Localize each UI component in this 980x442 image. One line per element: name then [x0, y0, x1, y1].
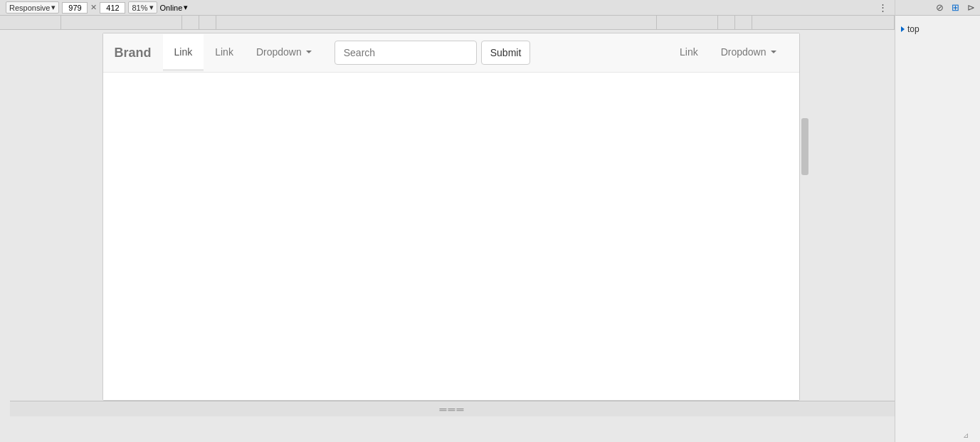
width-input[interactable]	[62, 2, 88, 14]
navbar-form: Submit	[323, 33, 542, 72]
nav-item-right-link: Link	[668, 34, 710, 71]
grid-view-icon[interactable]: ⊞	[949, 1, 961, 14]
navbar-right: Link Dropdown	[668, 34, 788, 71]
preview-frame: Brand Link Link Dropdown	[102, 33, 800, 401]
top-toolbar: Responsive ▾ ✕ 81% ▾ Online ▾ ⋮	[0, 0, 895, 16]
block-stop-icon[interactable]: ⊘	[933, 1, 946, 14]
ruler-seg-6	[657, 16, 718, 29]
online-dropdown[interactable]: Online ▾	[160, 3, 189, 12]
canvas-wrapper: Brand Link Link Dropdown	[0, 30, 895, 442]
scrollbar-thumb[interactable]	[801, 118, 808, 175]
online-caret-icon: ▾	[184, 3, 188, 12]
nav-item-right-dropdown: Dropdown	[710, 34, 788, 71]
more-options-button[interactable]: ⋮	[876, 1, 889, 14]
dropdown-caret-icon: ▾	[51, 3, 56, 12]
dimensions-separator: ✕	[90, 3, 97, 12]
nav-item-link-2: Link	[204, 34, 245, 71]
ruler-seg-1	[0, 16, 61, 29]
ruler-area	[0, 16, 895, 30]
page-content	[103, 73, 799, 400]
ruler-seg-9	[752, 16, 895, 29]
zoom-dropdown[interactable]: 81% ▾	[128, 1, 157, 14]
navbar-nav-right: Link Dropdown	[668, 34, 788, 71]
nav-item-link-active: Link	[163, 34, 204, 71]
nav-link-1[interactable]: Link	[163, 34, 204, 71]
submit-button[interactable]: Submit	[481, 41, 531, 65]
expand-panel-icon[interactable]: ⊳	[964, 1, 977, 14]
nav-dropdown-right-label: Dropdown	[721, 46, 766, 58]
nav-item-dropdown: Dropdown	[245, 34, 323, 71]
ruler-seg-4	[199, 16, 216, 29]
right-panel-toolbar: ⊘ ⊞ ⊳	[895, 0, 980, 16]
resize-handle-icon[interactable]: ⊿	[963, 431, 969, 439]
drag-handle-icon: ═══	[440, 404, 465, 415]
ruler-seg-7	[718, 16, 735, 29]
height-input[interactable]	[100, 2, 125, 14]
right-panel: ⊘ ⊞ ⊳ top ⊿	[895, 0, 980, 442]
nav-link-2[interactable]: Link	[204, 34, 245, 71]
nav-dropdown-right[interactable]: Dropdown	[710, 34, 788, 71]
zoom-caret-icon: ▾	[149, 3, 154, 12]
navbar-brand[interactable]: Brand	[115, 35, 163, 71]
responsive-label: Responsive	[9, 4, 50, 12]
top-label-row[interactable]: top	[895, 21, 925, 37]
bottom-bar: ═══	[10, 401, 895, 416]
chevron-right-icon	[901, 26, 905, 32]
zoom-label: 81%	[132, 4, 147, 12]
main-area: Responsive ▾ ✕ 81% ▾ Online ▾ ⋮	[0, 0, 895, 442]
nav-dropdown-1[interactable]: Dropdown	[245, 34, 323, 71]
top-label: top	[907, 24, 920, 34]
online-label: Online	[160, 4, 183, 12]
ruler-seg-3	[182, 16, 199, 29]
nav-link-right-1[interactable]: Link	[668, 34, 710, 71]
ruler-seg-2	[61, 16, 182, 29]
search-input[interactable]	[334, 41, 477, 65]
nav-dropdown-right-caret-icon	[771, 51, 776, 53]
right-panel-main: top	[895, 16, 980, 442]
navbar: Brand Link Link Dropdown	[103, 33, 799, 73]
nav-dropdown-caret-icon	[306, 51, 312, 53]
responsive-dropdown[interactable]: Responsive ▾	[6, 1, 59, 14]
ruler-seg-5	[216, 16, 657, 29]
ruler-seg-8	[735, 16, 752, 29]
navbar-nav-left: Link Link Dropdown	[163, 34, 323, 71]
nav-dropdown-label: Dropdown	[256, 46, 302, 58]
